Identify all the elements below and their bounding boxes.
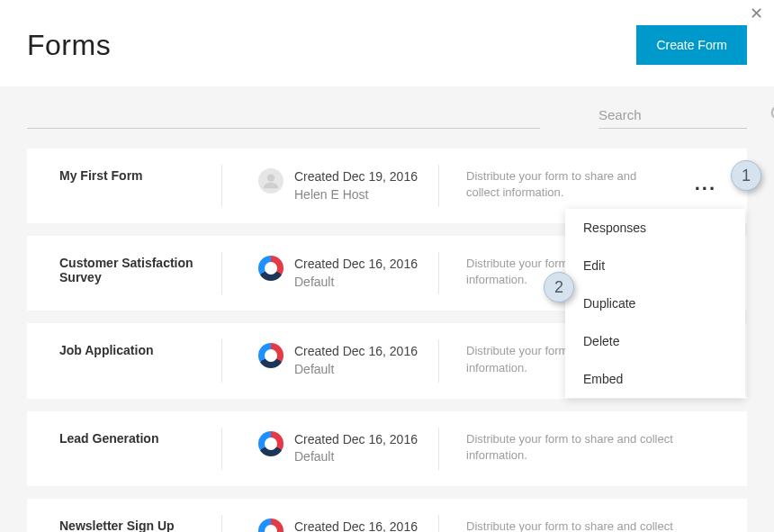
callout-badge-1: 1 <box>731 160 761 191</box>
search-input[interactable] <box>598 107 770 122</box>
meta-text: Created Dec 19, 2016 Helen E Host <box>294 168 418 203</box>
created-date: Created Dec 16, 2016 <box>294 518 418 532</box>
toolbar <box>0 86 774 140</box>
page-title: Forms <box>27 29 111 62</box>
created-date: Created Dec 16, 2016 <box>294 343 418 361</box>
more-actions-button[interactable]: ... <box>691 174 720 194</box>
meta-text: Created Dec 16, 2016 Default <box>294 343 418 378</box>
callout-badge-2: 2 <box>544 272 574 302</box>
form-name: My First Form <box>59 168 221 183</box>
author: Default <box>294 361 418 379</box>
menu-responses[interactable]: Responses <box>565 209 745 247</box>
form-name: Lead Generation <box>59 431 221 446</box>
form-name: Job Application <box>59 343 221 357</box>
created-date: Created Dec 19, 2016 <box>294 168 418 186</box>
menu-duplicate[interactable]: Duplicate <box>565 284 745 322</box>
form-description: Distribute your form to share and collec… <box>439 431 720 464</box>
form-name: Newsletter Sign Up <box>59 518 221 532</box>
form-description: Distribute your form to share and collec… <box>439 168 691 201</box>
table-row[interactable]: Lead Generation Created Dec 16, 2016 Def… <box>27 411 747 486</box>
author: Default <box>294 448 418 466</box>
search-icon[interactable] <box>770 104 774 124</box>
created-date: Created Dec 16, 2016 <box>294 256 418 274</box>
row-actions-menu: Responses Edit Duplicate Delete Embed <box>565 209 745 398</box>
created-date: Created Dec 16, 2016 <box>294 431 418 449</box>
avatar-default-icon <box>258 343 284 368</box>
form-description: Distribute your form to share and collec… <box>439 518 720 532</box>
header: Forms Create Form <box>0 0 774 86</box>
avatar-user-icon <box>258 168 284 194</box>
form-name: Customer Satisfaction Survey <box>59 256 221 284</box>
avatar-default-icon <box>258 431 284 456</box>
meta-text: Created Dec 16, 2016 Default <box>294 518 418 532</box>
menu-delete[interactable]: Delete <box>565 322 745 360</box>
avatar-default-icon <box>258 518 284 532</box>
form-meta: Created Dec 16, 2016 Default <box>222 431 438 466</box>
author: Default <box>294 274 418 292</box>
menu-edit[interactable]: Edit <box>565 247 745 284</box>
form-meta: Created Dec 16, 2016 Default <box>222 256 438 291</box>
filter-underline[interactable] <box>27 128 540 129</box>
table-row[interactable]: Newsletter Sign Up Created Dec 16, 2016 … <box>27 499 747 532</box>
avatar-default-icon <box>258 256 284 281</box>
meta-text: Created Dec 16, 2016 Default <box>294 256 418 291</box>
create-form-button[interactable]: Create Form <box>636 25 747 65</box>
author: Helen E Host <box>294 186 418 204</box>
meta-text: Created Dec 16, 2016 Default <box>294 431 418 466</box>
svg-point-2 <box>267 175 274 182</box>
form-meta: Created Dec 16, 2016 Default <box>222 343 438 378</box>
menu-embed[interactable]: Embed <box>565 360 745 398</box>
form-meta: Created Dec 19, 2016 Helen E Host <box>222 168 438 203</box>
close-icon[interactable]: ✕ <box>750 5 763 22</box>
search-wrap[interactable] <box>598 104 747 129</box>
form-meta: Created Dec 16, 2016 Default <box>222 518 438 532</box>
